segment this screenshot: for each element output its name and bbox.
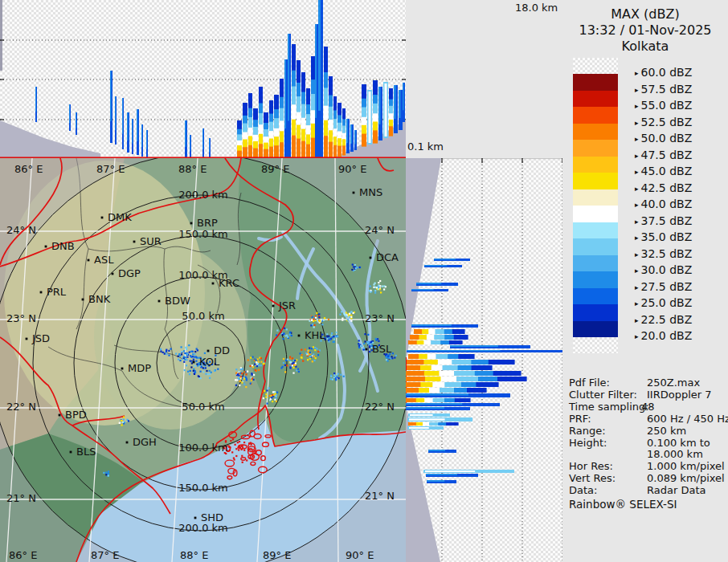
radar-echo bbox=[229, 446, 231, 448]
latitude-label-left: 22° N bbox=[6, 401, 36, 413]
radar-echo bbox=[193, 359, 194, 360]
radar-echo bbox=[190, 370, 191, 372]
radar-echo bbox=[237, 442, 239, 443]
legend-threshold-label: ▸60.0 dBZ bbox=[635, 66, 692, 79]
radar-echo bbox=[211, 372, 212, 373]
radar-echo bbox=[268, 387, 270, 389]
radar-echo bbox=[354, 264, 356, 266]
reflectivity-column bbox=[292, 71, 296, 87]
reflectivity-column bbox=[306, 145, 310, 158]
radar-echo bbox=[283, 338, 284, 340]
radar-echo bbox=[280, 367, 282, 369]
reflectivity-column bbox=[333, 128, 337, 136]
reflectivity-row bbox=[444, 329, 453, 334]
radar-echo bbox=[344, 314, 346, 316]
radar-echo bbox=[239, 385, 240, 386]
legend-tick-arrow-icon: ▸ bbox=[635, 102, 639, 110]
radar-echo bbox=[209, 377, 211, 379]
radar-echo bbox=[241, 449, 243, 450]
legend-tick-arrow-icon: ▸ bbox=[635, 267, 639, 275]
reflectivity-column bbox=[132, 119, 133, 144]
legend-tick-arrow-icon: ▸ bbox=[635, 152, 639, 160]
legend-swatch bbox=[573, 173, 618, 189]
longitude-label-top: 86° E bbox=[14, 163, 43, 175]
reflectivity-column bbox=[297, 112, 301, 125]
reflectivity-row bbox=[458, 365, 472, 370]
radar-echo bbox=[166, 353, 167, 355]
reflectivity-row bbox=[416, 422, 423, 426]
radar-echo bbox=[260, 357, 262, 359]
radar-echo bbox=[209, 370, 211, 372]
reflectivity-row bbox=[461, 382, 476, 387]
legend-threshold-text: 50.0 dBZ bbox=[641, 132, 693, 145]
radar-echo bbox=[184, 369, 186, 371]
radar-echo bbox=[183, 361, 185, 363]
radar-echo bbox=[235, 455, 237, 457]
legend-tick-arrow-icon: ▸ bbox=[635, 299, 639, 307]
city-marker bbox=[121, 368, 124, 370]
reflectivity-row bbox=[406, 393, 468, 396]
legend-threshold-label: ▸47.5 dBZ bbox=[635, 149, 692, 161]
radar-echo bbox=[391, 357, 393, 359]
reflectivity-column bbox=[243, 103, 247, 116]
reflectivity-row bbox=[409, 427, 429, 429]
reflectivity-column bbox=[269, 139, 273, 148]
reflectivity-row bbox=[435, 329, 444, 334]
reflectivity-column bbox=[237, 120, 242, 129]
legend-threshold-text: 55.0 dBZ bbox=[641, 99, 693, 112]
radar-echo bbox=[343, 376, 345, 377]
reflectivity-column bbox=[306, 125, 310, 135]
radar-echo bbox=[205, 373, 207, 375]
reflectivity-row bbox=[452, 329, 465, 334]
radar-echo bbox=[378, 285, 379, 287]
legend-swatch bbox=[573, 140, 618, 157]
reflectivity-row bbox=[438, 360, 452, 364]
radar-echo bbox=[364, 340, 366, 342]
reflectivity-column bbox=[324, 136, 328, 158]
reflectivity-row bbox=[456, 377, 479, 381]
reflectivity-column bbox=[315, 24, 317, 118]
radar-echo bbox=[122, 422, 124, 423]
radar-echo bbox=[230, 440, 231, 442]
reflectivity-column bbox=[259, 103, 263, 113]
radar-echo bbox=[108, 470, 109, 472]
radar-echo bbox=[166, 350, 167, 352]
reflectivity-column bbox=[274, 136, 279, 146]
radar-echo bbox=[335, 336, 337, 337]
radar-echo bbox=[123, 419, 125, 421]
reflectivity-column bbox=[297, 139, 301, 158]
reflectivity-column bbox=[403, 83, 404, 110]
reflectivity-column bbox=[389, 106, 393, 114]
radar-echo bbox=[394, 356, 395, 358]
radar-echo bbox=[289, 360, 291, 361]
legend-tick-arrow-icon: ▸ bbox=[635, 185, 639, 193]
radar-echo bbox=[252, 374, 253, 376]
radar-echo bbox=[296, 359, 297, 360]
reflectivity-column bbox=[373, 130, 378, 143]
radar-echo bbox=[242, 462, 243, 463]
radar-echo bbox=[200, 371, 202, 373]
info-value: 0.100 km to bbox=[647, 437, 710, 449]
radar-echo bbox=[262, 392, 264, 393]
reflectivity-row bbox=[444, 382, 461, 387]
legend-swatch bbox=[573, 91, 618, 108]
radar-echo bbox=[239, 381, 241, 382]
radar-echo bbox=[317, 351, 319, 352]
reflectivity-column bbox=[324, 72, 328, 88]
radar-echo bbox=[284, 328, 285, 329]
radar-echo bbox=[123, 417, 125, 418]
radar-echo bbox=[335, 378, 337, 380]
radar-echo bbox=[312, 355, 313, 356]
radar-echo bbox=[295, 363, 297, 364]
radar-echo bbox=[181, 346, 182, 348]
radar-echo bbox=[202, 371, 204, 373]
radar-echo bbox=[374, 287, 376, 288]
reflectivity-column bbox=[253, 127, 258, 136]
reflectivity-column bbox=[362, 84, 366, 99]
info-value: Radar Data bbox=[647, 484, 706, 496]
radar-echo bbox=[296, 369, 297, 371]
reflectivity-column bbox=[373, 104, 378, 114]
city-label: DMK bbox=[108, 211, 132, 223]
radar-echo bbox=[311, 348, 313, 349]
reflectivity-column bbox=[378, 87, 381, 124]
